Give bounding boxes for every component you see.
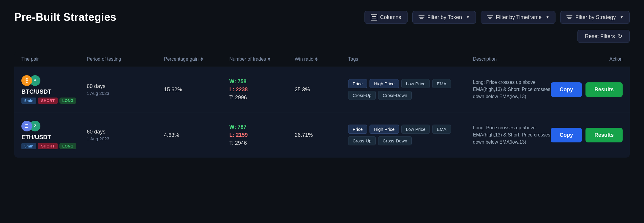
table-row: Ξ ₮ ETH/USDT 5min SHORT LONG 60 days 1 A… [14,112,630,158]
pair-cell-eth: Ξ ₮ ETH/USDT 5min SHORT LONG [21,121,87,149]
tag-cross-up: Cross-Up [348,91,376,100]
win-ratio-cell-eth: 26.71% [295,132,348,138]
pair-icons-eth: Ξ ₮ [21,121,87,131]
strategies-table: The pair Period of testing Percentage ga… [14,52,630,158]
pair-badges-eth: 5min SHORT LONG [21,143,87,149]
win-ratio-cell-btc: 25.3% [295,87,348,93]
columns-label: Columns [380,14,401,21]
filter-strategy-button[interactable]: Filter by Strategy ▼ [560,11,630,24]
tag-low-price-eth: Low Price [401,125,430,134]
tag-high-price: High Price [370,79,399,88]
tags-cell-eth: Price High Price Low Price EMA Cross-Up … [348,125,473,145]
period-date-eth: 1 Aug 2023 [87,136,164,141]
trades-cell-eth: W: 787 L: 2159 T: 2946 [229,124,295,146]
sort-win-ratio-icon [315,57,318,61]
filter-timeframe-label: Filter by Timeframe [496,14,542,21]
pair-name-eth: ETH/USDT [21,134,87,141]
badge-5min-eth: 5min [21,143,36,149]
pair-badges-btc: 5min SHORT LONG [21,98,87,104]
tag-low-price: Low Price [401,79,430,88]
description-cell-btc: Long: Price crosses up above EMA(high,13… [473,79,557,100]
tag-cross-down-eth: Cross-Down [378,136,412,145]
results-button-btc[interactable]: Results [585,82,623,97]
period-days-btc: 60 days [87,83,164,89]
chevron-down-icon: ▼ [466,15,470,19]
eth-icon: Ξ [21,121,32,131]
reset-filters-area: Reset Filters ↻ [14,30,630,43]
tag-ema-eth: EMA [432,125,451,134]
trade-total-btc: T: 2996 [229,95,295,101]
trade-loss-btc: L: 2238 [229,87,295,93]
header-trades[interactable]: Number of trades [229,56,295,62]
pair-icons-btc: ₿ ₮ [21,75,87,86]
reset-filters-label: Reset Filters [585,33,615,40]
page-title: Pre-Built Strategies [14,11,116,23]
filter-token-label: Filter by Token [427,14,462,21]
header-tags: Tags [348,56,473,62]
filter-strategy-label: Filter by Strategy [575,14,616,21]
copy-button-eth[interactable]: Copy [551,128,582,142]
header-action: Action [557,56,623,62]
header-description: Description [473,56,557,62]
period-days-eth: 60 days [87,129,164,135]
filter-strategy-icon [566,15,572,19]
period-cell-eth: 60 days 1 Aug 2023 [87,129,164,141]
tags-cell-btc: Price High Price Low Price EMA Cross-Up … [348,79,473,100]
tag-ema: EMA [432,79,451,88]
columns-button[interactable]: Columns [364,11,408,24]
tag-price-eth: Price [348,125,367,134]
tag-cross-up-eth: Cross-Up [348,136,376,145]
top-controls: Columns Filter by Token ▼ Filter by Time… [364,11,630,24]
top-bar: Pre-Built Strategies Columns Filter by T… [14,11,630,24]
header-pair: The pair [21,56,87,62]
percentage-cell-eth: 4.63% [164,132,229,138]
action-cell-btc: Copy Results [557,82,623,97]
pair-cell-btc: ₿ ₮ BTC/USDT 5min SHORT LONG [21,75,87,104]
table-row: ₿ ₮ BTC/USDT 5min SHORT LONG 60 days 1 A… [14,67,630,112]
badge-5min: 5min [21,98,36,104]
tag-price: Price [348,79,367,88]
action-cell-eth: Copy Results [557,128,623,142]
reset-icon: ↻ [618,33,622,40]
copy-button-btc[interactable]: Copy [551,82,582,97]
sort-percentage-icon [201,57,203,61]
badge-long: LONG [59,98,77,104]
badge-short: SHORT [38,98,58,104]
table-header: The pair Period of testing Percentage ga… [14,52,630,67]
header-win-ratio[interactable]: Win ratio [295,56,348,62]
chevron-down-icon-3: ▼ [620,15,624,19]
reset-filters-button[interactable]: Reset Filters ↻ [577,30,630,43]
percentage-cell-btc: 15.62% [164,87,229,93]
trade-win-eth: W: 787 [229,124,295,130]
badge-long-eth: LONG [59,143,77,149]
tag-high-price-eth: High Price [370,125,399,134]
trade-total-eth: T: 2946 [229,140,295,146]
period-date-btc: 1 Aug 2023 [87,91,164,96]
filter-timeframe-icon [487,15,493,19]
chevron-down-icon-2: ▼ [546,15,549,19]
filter-token-icon [419,15,424,19]
sort-trades-icon [268,57,270,61]
trade-win-btc: W: 758 [229,78,295,85]
btc-icon: ₿ [21,75,32,86]
pair-name-btc: BTC/USDT [21,88,87,95]
trades-cell-btc: W: 758 L: 2238 T: 2996 [229,78,295,101]
columns-icon [371,14,377,21]
tag-cross-down: Cross-Down [378,91,412,100]
header-percentage[interactable]: Percentage gain [164,56,229,62]
header-period: Period of testing [87,56,164,62]
filter-token-button[interactable]: Filter by Token ▼ [412,11,476,24]
badge-short-eth: SHORT [38,143,58,149]
trade-loss-eth: L: 2159 [229,132,295,138]
filter-timeframe-button[interactable]: Filter by Timeframe ▼ [481,11,555,24]
period-cell-btc: 60 days 1 Aug 2023 [87,83,164,96]
description-cell-eth: Long: Price crosses up above EMA(high,13… [473,124,557,146]
results-button-eth[interactable]: Results [585,128,623,142]
